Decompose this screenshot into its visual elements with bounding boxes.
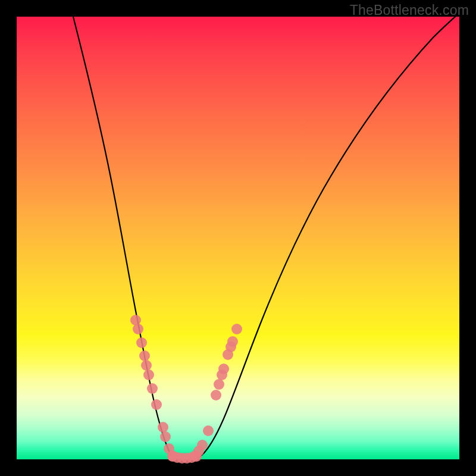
data-marker <box>143 369 154 380</box>
data-marker <box>211 390 221 400</box>
data-marker <box>133 324 143 334</box>
data-marker <box>227 336 238 347</box>
data-marker <box>136 337 147 348</box>
bottleneck-curve <box>17 17 459 459</box>
data-marker <box>147 383 158 394</box>
data-marker <box>160 431 171 442</box>
chart-frame: TheBottleneck.com <box>0 0 476 476</box>
data-marker <box>158 422 168 433</box>
data-marker <box>139 350 150 361</box>
watermark-text: TheBottleneck.com <box>350 2 469 18</box>
markers-bottom <box>167 451 202 464</box>
data-marker <box>203 425 214 436</box>
data-marker <box>191 451 202 462</box>
data-marker <box>141 360 152 371</box>
plot-area <box>17 17 459 459</box>
markers-left <box>130 315 178 461</box>
data-marker <box>214 379 224 390</box>
data-marker <box>197 440 208 450</box>
data-marker <box>231 324 242 334</box>
data-marker <box>218 364 229 374</box>
curve-path <box>73 13 459 459</box>
data-marker <box>151 399 162 410</box>
